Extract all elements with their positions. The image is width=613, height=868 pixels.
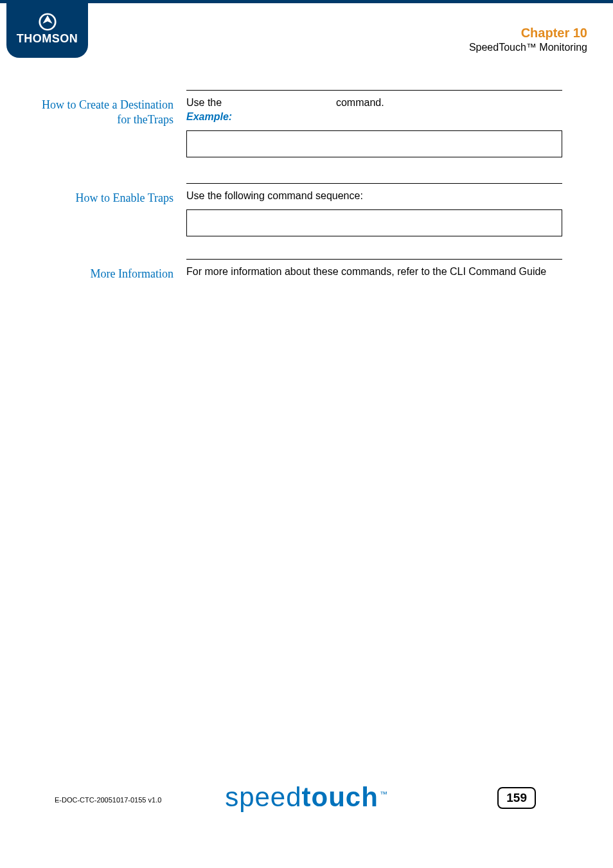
header-bar — [0, 0, 613, 3]
example-label: Example: — [186, 111, 562, 123]
page-number: 159 — [497, 787, 536, 809]
brand-tm: ™ — [380, 790, 388, 799]
brand-thin: speed — [225, 782, 301, 812]
use-prefix: Use the — [186, 97, 225, 108]
section-more-info: For more information about these command… — [186, 259, 562, 278]
brand-bold: touch — [302, 782, 378, 812]
rule — [186, 90, 562, 91]
section-text: For more information about these command… — [186, 266, 562, 278]
rule — [186, 183, 562, 184]
use-suffix: command. — [336, 97, 384, 108]
brand-logo: speedtouch™ — [225, 782, 388, 813]
thomson-icon — [37, 13, 58, 31]
section-enable-traps: Use the following command sequence: — [186, 183, 562, 236]
doc-code: E-DOC-CTC-20051017-0155 v1.0 — [55, 796, 161, 804]
logo-text: THOMSON — [17, 32, 78, 46]
section-text: Use the following command sequence: — [186, 190, 562, 202]
code-box-2 — [186, 209, 562, 236]
side-heading-enable-traps: How to Enable Traps — [32, 191, 173, 206]
thomson-logo: THOMSON — [6, 0, 88, 58]
chapter-subtitle: SpeedTouch™ Monitoring — [469, 42, 587, 53]
header-right: Chapter 10 SpeedTouch™ Monitoring — [469, 26, 587, 53]
use-command-line: Use the command. — [186, 97, 562, 109]
rule — [186, 259, 562, 260]
footer: E-DOC-CTC-20051017-0155 v1.0 speedtouch™… — [0, 765, 613, 804]
section-create-destination: Use the command. Example: — [186, 90, 562, 157]
chapter-label: Chapter 10 — [469, 26, 587, 40]
code-box-1 — [186, 130, 562, 157]
side-heading-create-destination: How to Create a Destination for theTraps — [32, 98, 173, 128]
side-heading-more-info: More Information — [32, 267, 173, 281]
